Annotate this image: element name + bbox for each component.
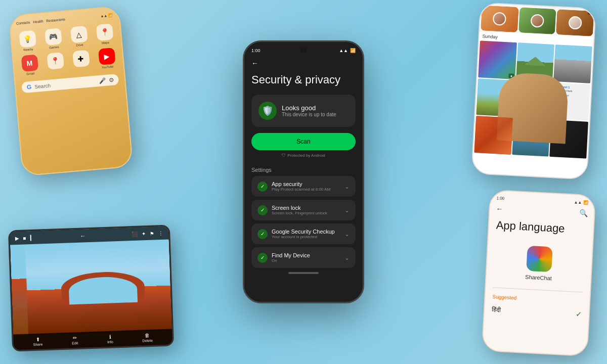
edit-button[interactable]: ✏ Edit xyxy=(72,335,78,345)
home-app-drive[interactable]: △ Drive xyxy=(67,25,91,48)
photo-screen: ▶ ■ ▎ ← ⬛ ✦ ⚑ ⋮ ▲ xyxy=(10,226,172,350)
screen-lock-content: Screen lock Screen lock, Fingerprint unl… xyxy=(272,205,340,215)
divider-icon: ▎ xyxy=(30,235,34,240)
sec-status-subtitle: This device is up to date xyxy=(282,112,336,117)
info-button[interactable]: ℹ Info xyxy=(107,334,113,344)
sec-scan-button[interactable]: Scan xyxy=(251,133,356,150)
lens-icon[interactable]: ⊙ xyxy=(109,76,114,83)
lang-divider xyxy=(493,288,583,293)
gallery-top-img-2[interactable] xyxy=(518,7,556,34)
plus-icon: ✚ xyxy=(72,50,90,68)
gallery-grid: ● ● Suggest 1 Some text here Suggest xyxy=(473,39,593,160)
play-icon[interactable]: ▶ xyxy=(15,235,19,241)
phone-language: 1:00 ▲▲ 📶 ← 🔍 App language ShareChat Sug… xyxy=(482,190,596,357)
lang-wifi-icon: ▲▲ xyxy=(574,200,582,205)
search-text: Search xyxy=(34,78,96,89)
menu-dots-icon[interactable]: ⋮ xyxy=(158,230,163,236)
home-app-games[interactable]: 🎮 Games xyxy=(41,28,65,50)
drive-icon: △ xyxy=(70,26,88,43)
games-label: Games xyxy=(49,46,59,50)
lang-hindi-text: हिंदी xyxy=(492,306,501,314)
sec-status-title: Looks good xyxy=(282,104,336,112)
language-screen: 1:00 ▲▲ 📶 ← 🔍 App language ShareChat Sug… xyxy=(483,191,595,355)
gallery-item[interactable]: ● xyxy=(478,40,516,79)
lang-search-button[interactable]: 🔍 xyxy=(579,209,588,217)
games-icon: 🎮 xyxy=(45,28,62,46)
phone-home: Contacts Health Restaurants ▲▲ 📶 💡 Nearb… xyxy=(8,6,133,176)
phone-gallery: Sunday ● ● Suggest 1 xyxy=(471,2,596,180)
find-device-subtitle: On xyxy=(272,258,340,263)
sec-signal-icon: 📶 xyxy=(350,48,356,53)
lang-time: 1:00 xyxy=(496,196,504,201)
lang-back-button[interactable]: ← xyxy=(496,204,503,213)
find-device-content: Find My Device On xyxy=(272,252,340,263)
nearby-icon: 💡 xyxy=(19,30,36,48)
gallery-item[interactable] xyxy=(476,78,514,117)
gmail-icon: M xyxy=(21,55,38,72)
lang-app-section: ShareChat xyxy=(486,239,592,289)
phone-security: 1:00 ▲▲ 📶 ← Security & privacy 🛡️ Looks … xyxy=(243,40,364,303)
security-screen: 1:00 ▲▲ 📶 ← Security & privacy 🛡️ Looks … xyxy=(244,42,363,302)
home-app-location[interactable]: 📍 xyxy=(44,52,67,74)
google-checkup-check-icon: ✓ xyxy=(257,229,268,239)
home-app-youtube[interactable]: ▶ YouTube xyxy=(95,48,118,70)
sec-wifi-icon: ▲▲ xyxy=(339,48,348,53)
location-icon: 📍 xyxy=(47,52,64,70)
drive-label: Drive xyxy=(76,43,83,47)
app-security-check-icon: ✓ xyxy=(257,181,268,192)
home-app-plus[interactable]: ✚ xyxy=(69,50,93,72)
google-checkup-subtitle: Your account is protected xyxy=(272,235,340,239)
sec-setting-find-device[interactable]: ✓ Find My Device On ⌄ xyxy=(251,247,356,268)
home-app-maps[interactable]: 📍 Maps xyxy=(93,23,116,46)
shield-small-icon: 🛡 xyxy=(282,153,286,158)
flag-icon[interactable]: ⚑ xyxy=(150,231,154,236)
sec-time: 1:00 xyxy=(251,48,261,53)
find-device-title: Find My Device xyxy=(272,252,340,258)
youtube-icon: ▶ xyxy=(98,48,115,65)
sec-setting-google-checkup[interactable]: ✓ Google Security Checkup Your account i… xyxy=(251,223,356,244)
sec-setting-screen-lock[interactable]: ✓ Screen lock Screen lock, Fingerprint u… xyxy=(251,200,356,220)
tablet-photo-viewer: ▶ ■ ▎ ← ⬛ ✦ ⚑ ⋮ ▲ xyxy=(8,224,174,351)
cast-icon[interactable]: ⬛ xyxy=(132,231,138,237)
google-checkup-title: Google Security Checkup xyxy=(272,229,340,235)
sec-protected-text: 🛡 Protected by Android xyxy=(244,153,363,158)
sec-setting-app-security[interactable]: ✓ App security Play Protect scanned at 8… xyxy=(251,176,356,197)
nearby-label: Nearby xyxy=(23,48,33,52)
gallery-screen: Sunday ● ● Suggest 1 xyxy=(472,3,595,178)
gallery-item[interactable]: ● xyxy=(553,44,592,83)
find-device-chevron-icon: ⌄ xyxy=(344,254,350,261)
home-screen: Contacts Health Restaurants ▲▲ 📶 💡 Nearb… xyxy=(10,7,133,175)
gmail-label: Gmail xyxy=(26,72,34,75)
lang-app-name: ShareChat xyxy=(525,274,552,282)
youtube-label: YouTube xyxy=(102,65,114,69)
sec-back-button[interactable]: ← xyxy=(244,55,363,71)
app-security-content: App security Play Protect scanned at 8:0… xyxy=(272,181,340,192)
screen-lock-chevron-icon: ⌄ xyxy=(344,207,350,214)
screen-lock-subtitle: Screen lock, Fingerprint unlock xyxy=(272,211,340,215)
camera-notch xyxy=(300,47,307,53)
find-device-check-icon: ✓ xyxy=(257,253,268,263)
app-security-subtitle: Play Protect scanned at 8:00 AM xyxy=(272,187,340,192)
sec-status-text: Looks good This device is up to date xyxy=(282,104,336,117)
sharechat-app-icon xyxy=(526,246,553,272)
app-security-title: App security xyxy=(272,181,340,187)
delete-button[interactable]: 🗑 Delete xyxy=(142,333,153,343)
home-signal: ▲▲ 📶 xyxy=(100,13,113,18)
back-arrow-icon[interactable]: ← xyxy=(80,232,86,239)
sec-settings-label: Settings xyxy=(244,165,363,176)
home-app-gmail[interactable]: M Gmail xyxy=(18,54,41,76)
gallery-top-img-1[interactable] xyxy=(481,5,518,32)
home-app-nearby[interactable]: 💡 Nearby xyxy=(16,30,39,52)
google-logo: G xyxy=(26,83,32,91)
share-button[interactable]: ⬆ Share xyxy=(33,336,42,346)
stop-icon[interactable]: ■ xyxy=(23,235,26,241)
home-app-labels: Contacts Health Restaurants xyxy=(16,17,66,25)
mic-icon[interactable]: 🎤 xyxy=(99,77,106,84)
star-icon[interactable]: ✦ xyxy=(142,231,146,237)
maps-icon: 📍 xyxy=(96,23,113,41)
app-security-chevron-icon: ⌄ xyxy=(344,183,350,190)
google-checkup-content: Google Security Checkup Your account is … xyxy=(272,229,340,239)
gallery-item[interactable] xyxy=(474,116,512,154)
maps-label: Maps xyxy=(102,41,109,44)
sec-page-title: Security & privacy xyxy=(244,71,363,95)
